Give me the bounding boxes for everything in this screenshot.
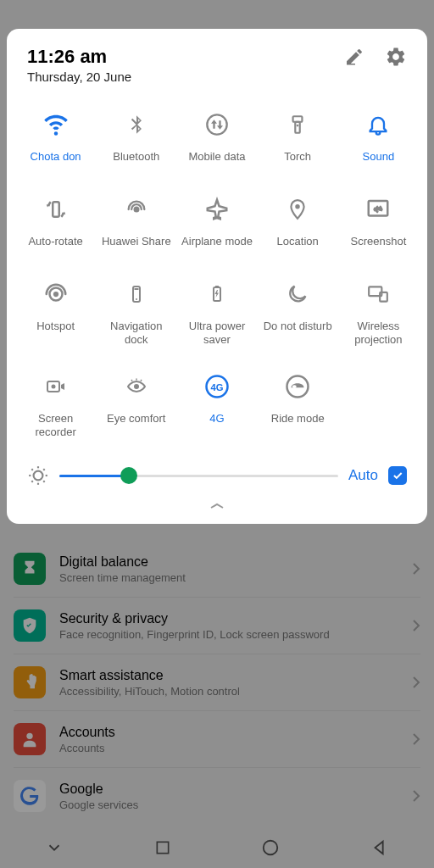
- projection-icon: [364, 281, 392, 308]
- auto-brightness-checkbox[interactable]: [388, 466, 407, 485]
- chevron-right-icon: [412, 732, 420, 746]
- svg-point-22: [136, 298, 137, 300]
- gear-icon[interactable]: [385, 46, 407, 68]
- svg-point-38: [34, 471, 43, 481]
- screenshot-icon: [365, 196, 391, 223]
- ride-icon: [285, 373, 310, 400]
- settings-title: Digital balance: [59, 554, 398, 570]
- tile-navdock[interactable]: Navigation dock: [97, 269, 175, 358]
- dnd-icon: [286, 281, 309, 308]
- tile-label: Huawei Share: [100, 235, 173, 248]
- svg-line-46: [43, 469, 45, 470]
- bell-icon: [366, 111, 390, 138]
- hand-icon: [14, 666, 46, 698]
- hotspot-icon: [43, 281, 69, 308]
- svg-line-44: [43, 481, 45, 482]
- clock-time: 11:26 am: [27, 46, 131, 68]
- tile-rotate[interactable]: Auto-rotate: [17, 184, 94, 265]
- svg-point-13: [295, 204, 299, 209]
- tile-label: Screen recorder: [17, 412, 94, 440]
- tile-label: Ultra power saver: [178, 320, 255, 348]
- brightness-slider[interactable]: [59, 475, 338, 477]
- tile-projection[interactable]: Wireless projection: [340, 269, 417, 358]
- settings-subtitle: Face recognition, Fingerprint ID, Lock s…: [59, 628, 398, 641]
- tile-ups[interactable]: Ultra power saver: [178, 269, 255, 358]
- tile-data[interactable]: Mobile data: [178, 99, 255, 181]
- svg-line-43: [31, 469, 33, 470]
- tile-label: Screenshot: [349, 235, 409, 248]
- tile-wifi[interactable]: Chota don: [17, 99, 94, 181]
- tile-label: Do not disturb: [262, 320, 334, 333]
- 4g-icon: 4G: [204, 373, 230, 400]
- svg-point-37: [292, 385, 297, 388]
- chevron-right-icon: [412, 562, 420, 576]
- share-icon: [125, 196, 148, 223]
- chevron-right-icon: [412, 619, 420, 632]
- tile-4g[interactable]: 4G4G: [178, 361, 255, 450]
- wifi-icon: [43, 111, 69, 138]
- person-icon: [14, 723, 46, 755]
- torch-icon: [287, 111, 309, 138]
- tile-bluetooth[interactable]: Bluetooth: [97, 99, 175, 181]
- tile-screenshot[interactable]: Screenshot: [340, 184, 417, 265]
- chevron-right-icon: [412, 789, 420, 803]
- tile-bell[interactable]: Sound: [340, 99, 417, 181]
- shield-icon: [14, 609, 46, 642]
- tile-label: Ride mode: [270, 412, 326, 426]
- tile-label: Chota don: [29, 150, 83, 164]
- settings-subtitle: Accounts: [59, 742, 398, 754]
- recorder-icon: [42, 373, 70, 400]
- svg-line-33: [141, 380, 142, 381]
- settings-item[interactable]: AccountsAccounts: [14, 711, 420, 768]
- svg-point-3: [26, 733, 32, 739]
- svg-text:4G: 4G: [210, 382, 223, 392]
- hourglass-icon: [14, 553, 46, 585]
- nav-recent-icon[interactable]: [154, 839, 171, 856]
- settings-title: Google: [59, 782, 398, 797]
- svg-point-7: [207, 114, 226, 134]
- tile-hotspot[interactable]: Hotspot: [17, 269, 94, 358]
- svg-line-31: [131, 380, 132, 381]
- settings-item[interactable]: Smart assistanceAccessibility, HiTouch, …: [14, 654, 420, 711]
- svg-rect-4: [157, 842, 168, 853]
- settings-item[interactable]: GoogleGoogle services: [14, 768, 420, 824]
- nav-home-icon[interactable]: [261, 838, 280, 857]
- tile-label: Torch: [282, 150, 313, 164]
- tile-recorder[interactable]: Screen recorder: [17, 361, 94, 450]
- brightness-icon: [27, 465, 49, 487]
- tile-label: Airplane mode: [180, 235, 254, 248]
- svg-rect-9: [295, 122, 299, 133]
- rotate-icon: [43, 196, 69, 223]
- svg-point-30: [134, 384, 139, 389]
- nav-back-icon[interactable]: [370, 838, 389, 857]
- settings-subtitle: Screen time management: [59, 571, 398, 584]
- settings-title: Accounts: [59, 725, 398, 740]
- tile-location[interactable]: Location: [259, 184, 337, 265]
- settings-item[interactable]: Security & privacyFace recognition, Fing…: [14, 598, 420, 654]
- settings-title: Security & privacy: [59, 611, 398, 626]
- settings-item[interactable]: Digital balanceScreen time management: [14, 541, 420, 598]
- tile-airplane[interactable]: Airplane mode: [178, 184, 255, 265]
- panel-drag-handle[interactable]: [17, 488, 417, 514]
- eye-icon: [124, 373, 149, 400]
- svg-rect-11: [53, 202, 59, 217]
- tile-label: Auto-rotate: [26, 235, 84, 248]
- svg-line-45: [31, 481, 33, 482]
- location-icon: [287, 196, 309, 223]
- tile-eye[interactable]: Eye comfort: [97, 361, 175, 450]
- tile-label: Bluetooth: [111, 150, 161, 164]
- tile-torch[interactable]: Torch: [259, 99, 337, 181]
- tile-dnd[interactable]: Do not disturb: [259, 269, 337, 358]
- nav-hide-icon[interactable]: [45, 838, 64, 857]
- bluetooth-icon: [125, 111, 147, 138]
- tile-label: Wireless projection: [340, 320, 417, 348]
- tile-share[interactable]: Huawei Share: [97, 184, 175, 265]
- ups-icon: [207, 281, 227, 308]
- svg-rect-25: [215, 286, 219, 287]
- tile-label: Navigation dock: [97, 320, 175, 348]
- edit-icon[interactable]: [344, 47, 364, 67]
- tile-ride[interactable]: Ride mode: [259, 361, 337, 450]
- svg-point-5: [264, 841, 278, 855]
- data-icon: [205, 111, 229, 138]
- brightness-row: Auto: [17, 456, 417, 488]
